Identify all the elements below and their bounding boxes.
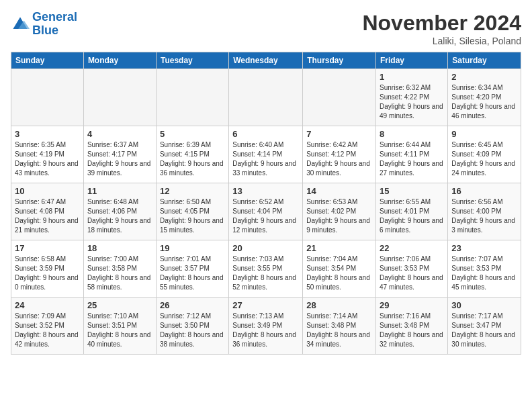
day-number: 8 <box>380 129 444 139</box>
day-info: Sunrise: 7:00 AM Sunset: 3:58 PM Dayligh… <box>87 255 152 292</box>
day-info: Sunrise: 7:14 AM Sunset: 3:48 PM Dayligh… <box>306 312 372 349</box>
day-info: Sunrise: 6:32 AM Sunset: 4:22 PM Dayligh… <box>380 83 444 121</box>
day-info: Sunrise: 7:06 AM Sunset: 3:53 PM Dayligh… <box>380 255 444 292</box>
calendar-day-cell: 22Sunrise: 7:06 AM Sunset: 3:53 PM Dayli… <box>376 240 448 298</box>
calendar-day-cell: 11Sunrise: 6:48 AM Sunset: 4:06 PM Dayli… <box>83 183 156 240</box>
calendar-day-cell: 21Sunrise: 7:04 AM Sunset: 3:54 PM Dayli… <box>303 240 376 298</box>
calendar-day-cell: 14Sunrise: 6:53 AM Sunset: 4:02 PM Dayli… <box>303 183 376 240</box>
logo-blue: Blue <box>32 24 58 37</box>
day-info: Sunrise: 7:03 AM Sunset: 3:55 PM Dayligh… <box>232 255 299 292</box>
day-number: 17 <box>15 243 80 253</box>
day-info: Sunrise: 6:39 AM Sunset: 4:15 PM Dayligh… <box>160 140 225 178</box>
calendar-day-cell <box>229 69 303 126</box>
calendar-week-row: 17Sunrise: 6:58 AM Sunset: 3:59 PM Dayli… <box>11 240 521 298</box>
calendar-day-cell: 29Sunrise: 7:16 AM Sunset: 3:48 PM Dayli… <box>376 298 448 355</box>
calendar-day-cell: 19Sunrise: 7:01 AM Sunset: 3:57 PM Dayli… <box>156 240 228 298</box>
day-info: Sunrise: 6:34 AM Sunset: 4:20 PM Dayligh… <box>451 83 517 121</box>
calendar-day-cell: 27Sunrise: 7:13 AM Sunset: 3:49 PM Dayli… <box>229 298 303 355</box>
calendar-day-cell: 28Sunrise: 7:14 AM Sunset: 3:48 PM Dayli… <box>303 298 376 355</box>
day-number: 22 <box>380 243 444 253</box>
logo-general: General <box>32 10 77 24</box>
calendar-day-cell: 20Sunrise: 7:03 AM Sunset: 3:55 PM Dayli… <box>229 240 303 298</box>
day-number: 27 <box>232 300 299 310</box>
calendar-day-cell: 10Sunrise: 6:47 AM Sunset: 4:08 PM Dayli… <box>11 183 84 240</box>
day-number: 11 <box>87 186 152 196</box>
calendar-day-cell <box>11 69 84 126</box>
calendar-day-cell: 17Sunrise: 6:58 AM Sunset: 3:59 PM Dayli… <box>11 240 84 298</box>
day-info: Sunrise: 6:50 AM Sunset: 4:05 PM Dayligh… <box>160 197 225 235</box>
calendar-table: SundayMondayTuesdayWednesdayThursdayFrid… <box>11 52 521 355</box>
day-number: 28 <box>306 300 372 310</box>
calendar-day-cell: 26Sunrise: 7:12 AM Sunset: 3:50 PM Dayli… <box>156 298 228 355</box>
calendar-day-cell <box>156 69 228 126</box>
calendar-day-cell <box>83 69 156 126</box>
calendar-week-row: 10Sunrise: 6:47 AM Sunset: 4:08 PM Dayli… <box>11 183 521 240</box>
day-number: 26 <box>160 300 225 310</box>
day-number: 24 <box>15 300 80 310</box>
day-info: Sunrise: 6:35 AM Sunset: 4:19 PM Dayligh… <box>15 140 80 178</box>
weekday-header: Saturday <box>448 52 521 69</box>
calendar-day-cell: 18Sunrise: 7:00 AM Sunset: 3:58 PM Dayli… <box>83 240 156 298</box>
day-number: 6 <box>232 129 299 139</box>
day-info: Sunrise: 7:01 AM Sunset: 3:57 PM Dayligh… <box>160 255 225 292</box>
calendar-day-cell: 23Sunrise: 7:07 AM Sunset: 3:53 PM Dayli… <box>448 240 521 298</box>
day-info: Sunrise: 7:04 AM Sunset: 3:54 PM Dayligh… <box>306 255 372 292</box>
calendar-day-cell: 15Sunrise: 6:55 AM Sunset: 4:01 PM Dayli… <box>376 183 448 240</box>
day-info: Sunrise: 6:44 AM Sunset: 4:11 PM Dayligh… <box>380 140 444 178</box>
calendar-week-row: 1Sunrise: 6:32 AM Sunset: 4:22 PM Daylig… <box>11 69 521 126</box>
calendar-day-cell: 9Sunrise: 6:45 AM Sunset: 4:09 PM Daylig… <box>448 126 521 183</box>
calendar-header-row: SundayMondayTuesdayWednesdayThursdayFrid… <box>11 52 521 69</box>
calendar-day-cell: 3Sunrise: 6:35 AM Sunset: 4:19 PM Daylig… <box>11 126 84 183</box>
day-info: Sunrise: 6:58 AM Sunset: 3:59 PM Dayligh… <box>15 255 80 292</box>
day-info: Sunrise: 6:48 AM Sunset: 4:06 PM Dayligh… <box>87 197 152 235</box>
calendar-day-cell: 24Sunrise: 7:09 AM Sunset: 3:52 PM Dayli… <box>11 298 84 355</box>
calendar-day-cell: 16Sunrise: 6:56 AM Sunset: 4:00 PM Dayli… <box>448 183 521 240</box>
day-number: 7 <box>306 129 372 139</box>
day-number: 23 <box>451 243 517 253</box>
location: Laliki, Silesia, Poland <box>362 36 521 46</box>
day-info: Sunrise: 7:17 AM Sunset: 3:47 PM Dayligh… <box>451 312 517 349</box>
month-title: November 2024 <box>362 11 521 36</box>
day-info: Sunrise: 7:12 AM Sunset: 3:50 PM Dayligh… <box>160 312 225 349</box>
day-info: Sunrise: 6:52 AM Sunset: 4:04 PM Dayligh… <box>232 197 299 235</box>
day-number: 16 <box>451 186 517 196</box>
calendar-day-cell: 4Sunrise: 6:37 AM Sunset: 4:17 PM Daylig… <box>83 126 156 183</box>
calendar-week-row: 24Sunrise: 7:09 AM Sunset: 3:52 PM Dayli… <box>11 298 521 355</box>
day-number: 10 <box>15 186 80 196</box>
day-number: 3 <box>15 129 80 139</box>
calendar-day-cell: 7Sunrise: 6:42 AM Sunset: 4:12 PM Daylig… <box>303 126 376 183</box>
day-number: 20 <box>232 243 299 253</box>
day-number: 12 <box>160 186 225 196</box>
day-info: Sunrise: 7:07 AM Sunset: 3:53 PM Dayligh… <box>451 255 517 292</box>
day-number: 14 <box>306 186 372 196</box>
calendar-day-cell: 25Sunrise: 7:10 AM Sunset: 3:51 PM Dayli… <box>83 298 156 355</box>
title-block: November 2024 Laliki, Silesia, Poland <box>362 11 521 46</box>
weekday-header: Wednesday <box>229 52 303 69</box>
day-info: Sunrise: 6:47 AM Sunset: 4:08 PM Dayligh… <box>15 197 80 235</box>
day-info: Sunrise: 6:37 AM Sunset: 4:17 PM Dayligh… <box>87 140 152 178</box>
calendar-day-cell: 30Sunrise: 7:17 AM Sunset: 3:47 PM Dayli… <box>448 298 521 355</box>
calendar-day-cell: 12Sunrise: 6:50 AM Sunset: 4:05 PM Dayli… <box>156 183 228 240</box>
calendar-day-cell: 13Sunrise: 6:52 AM Sunset: 4:04 PM Dayli… <box>229 183 303 240</box>
day-info: Sunrise: 7:13 AM Sunset: 3:49 PM Dayligh… <box>232 312 299 349</box>
calendar-day-cell: 8Sunrise: 6:44 AM Sunset: 4:11 PM Daylig… <box>376 126 448 183</box>
day-info: Sunrise: 6:45 AM Sunset: 4:09 PM Dayligh… <box>451 140 517 178</box>
day-number: 18 <box>87 243 152 253</box>
day-info: Sunrise: 6:42 AM Sunset: 4:12 PM Dayligh… <box>306 140 372 178</box>
logo-icon <box>11 15 30 34</box>
day-number: 4 <box>87 129 152 139</box>
day-info: Sunrise: 6:40 AM Sunset: 4:14 PM Dayligh… <box>232 140 299 178</box>
day-number: 2 <box>451 72 517 82</box>
day-number: 5 <box>160 129 225 139</box>
day-info: Sunrise: 6:55 AM Sunset: 4:01 PM Dayligh… <box>380 197 444 235</box>
calendar-day-cell: 1Sunrise: 6:32 AM Sunset: 4:22 PM Daylig… <box>376 69 448 126</box>
day-number: 21 <box>306 243 372 253</box>
day-number: 15 <box>380 186 444 196</box>
day-info: Sunrise: 6:56 AM Sunset: 4:00 PM Dayligh… <box>451 197 517 235</box>
day-info: Sunrise: 7:09 AM Sunset: 3:52 PM Dayligh… <box>15 312 80 349</box>
day-number: 25 <box>87 300 152 310</box>
day-info: Sunrise: 7:16 AM Sunset: 3:48 PM Dayligh… <box>380 312 444 349</box>
logo: General Blue <box>11 11 77 38</box>
day-number: 9 <box>451 129 517 139</box>
weekday-header: Friday <box>376 52 448 69</box>
